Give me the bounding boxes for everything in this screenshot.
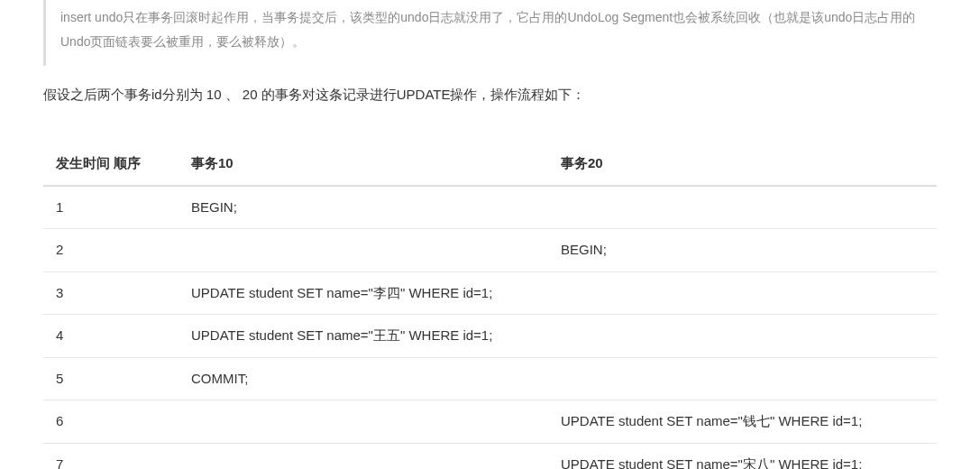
paragraph-text: 假设之后两个事务id分别为 10 、 20 的事务对这条记录进行UPDATE操作…: [43, 87, 585, 102]
cell-t10: BEGIN;: [179, 186, 548, 229]
cell-t20: UPDATE student SET name="宋八" WHERE id=1;: [548, 443, 937, 469]
table-header-row: 发生时间 顺序 事务10 事务20: [43, 143, 937, 186]
cell-seq: 3: [43, 271, 179, 315]
body-paragraph: 假设之后两个事务id分别为 10 、 20 的事务对这条记录进行UPDATE操作…: [43, 82, 937, 106]
cell-t10: [179, 400, 548, 444]
table-row: 1 BEGIN;: [43, 186, 937, 229]
transactions-table: 发生时间 顺序 事务10 事务20 1 BEGIN; 2 BEGIN; 3: [43, 143, 937, 469]
cell-seq: 4: [43, 315, 179, 358]
cell-seq: 2: [43, 229, 179, 272]
col-header-t10: 事务10: [179, 143, 548, 186]
table-row: 7 UPDATE student SET name="宋八" WHERE id=…: [43, 443, 937, 469]
cell-t10: COMMIT;: [179, 357, 548, 400]
cell-seq: 6: [43, 400, 179, 444]
blockquote-note: insert undo只在事务回滚时起作用，当事务提交后，该类型的undo日志就…: [43, 0, 937, 66]
cell-t10: [179, 229, 548, 272]
cell-t20: UPDATE student SET name="钱七" WHERE id=1;: [548, 400, 937, 444]
table-row: 2 BEGIN;: [43, 229, 937, 272]
cell-seq: 5: [43, 357, 179, 400]
cell-t10: UPDATE student SET name="李四" WHERE id=1;: [179, 271, 548, 315]
table-row: 5 COMMIT;: [43, 357, 937, 400]
cell-t20: [548, 357, 937, 400]
note-text: insert undo只在事务回滚时起作用，当事务提交后，该类型的undo日志就…: [60, 10, 915, 49]
cell-seq: 1: [43, 186, 179, 229]
col-header-seq: 发生时间 顺序: [43, 143, 179, 186]
cell-t20: [548, 186, 937, 229]
cell-t20: [548, 315, 937, 358]
page-content: insert undo只在事务回滚时起作用，当事务提交后，该类型的undo日志就…: [0, 0, 980, 469]
cell-seq: 7: [43, 443, 179, 469]
cell-t20: BEGIN;: [548, 229, 937, 272]
table-row: 6 UPDATE student SET name="钱七" WHERE id=…: [43, 400, 937, 444]
table-wrap: 发生时间 顺序 事务10 事务20 1 BEGIN; 2 BEGIN; 3: [43, 143, 937, 469]
cell-t10: [179, 443, 548, 469]
cell-t10: UPDATE student SET name="王五" WHERE id=1;: [179, 315, 548, 358]
table-row: 3 UPDATE student SET name="李四" WHERE id=…: [43, 271, 937, 315]
col-header-t20: 事务20: [548, 143, 937, 186]
table-row: 4 UPDATE student SET name="王五" WHERE id=…: [43, 315, 937, 358]
cell-t20: [548, 271, 937, 315]
